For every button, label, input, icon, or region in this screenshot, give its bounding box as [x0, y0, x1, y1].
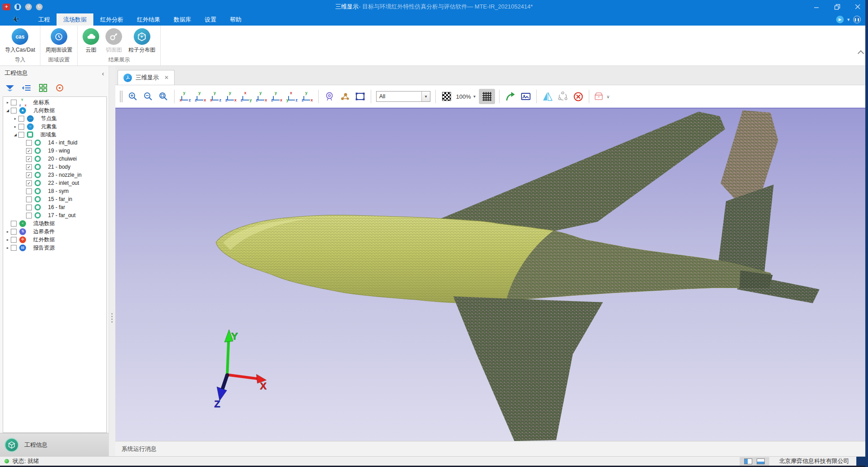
tree-row[interactable]: ✓ 19 - wing [3, 147, 106, 155]
collapse-all-button[interactable] [22, 83, 31, 92]
menu-item[interactable]: 流场数据 [57, 13, 93, 26]
mesh-toggle-button[interactable] [479, 89, 495, 104]
tree-checkbox[interactable] [26, 140, 32, 146]
tree-checkbox[interactable] [26, 213, 32, 218]
tab-3d-view[interactable]: 三维显示 ✕ [118, 70, 175, 85]
redo-button[interactable]: ↻ [36, 4, 43, 10]
zoom-out-button[interactable] [141, 89, 155, 104]
tree-row[interactable]: ▸ ○ 元素集 [3, 122, 106, 131]
tree-checkbox[interactable] [18, 132, 24, 138]
network-cloud-button[interactable] [556, 89, 570, 104]
view-isometric-2-button[interactable]: x y z [285, 91, 299, 102]
save-button[interactable] [14, 4, 21, 10]
select-box-button[interactable] [353, 89, 367, 104]
menu-item[interactable]: 工程 [31, 13, 57, 26]
tree-row[interactable]: ▸ ⇅ 边界条件 [3, 227, 106, 236]
tree-expander[interactable]: ▸ [4, 100, 11, 105]
view-back-button[interactable]: y z x [194, 91, 207, 102]
tree-expander[interactable]: ▸ [4, 230, 11, 234]
panel-selector-bar[interactable]: 工程信息 [0, 433, 109, 456]
tree-row[interactable]: ▸ ⋯ 节点集 [3, 114, 106, 122]
tab-close-icon[interactable]: ✕ [164, 74, 169, 81]
tree-checkbox[interactable]: ✓ [26, 172, 32, 178]
toggle-left-panel-button[interactable] [744, 458, 752, 464]
tree-checkbox[interactable] [26, 196, 32, 202]
tree-row[interactable]: ✓ 22 - inlet_out [3, 179, 106, 187]
display-filter-combo[interactable]: All ▼ [376, 91, 430, 102]
menu-item[interactable]: 帮助 [223, 13, 248, 26]
tree-expander[interactable]: ▸ [12, 125, 18, 129]
tree-row[interactable]: ▸ Yzx 坐标系 [3, 98, 106, 106]
zoom-level-dropdown[interactable]: 100% ▼ [456, 93, 476, 100]
quick-pause-button[interactable]: ❚❚ [853, 16, 861, 23]
tree-row[interactable]: ✓ 20 - chuiwei [3, 155, 106, 163]
tree-checkbox[interactable] [11, 245, 17, 251]
tree-row[interactable]: ◢ ▲ 几何数据 [3, 106, 106, 114]
3d-viewport[interactable]: Y X Z [115, 108, 868, 441]
contour-plot-button[interactable]: 云图 [81, 28, 101, 54]
collapse-panel-button[interactable]: ‹ [102, 70, 104, 77]
tree-row[interactable]: ▸ ▤ 报告资源 [3, 244, 106, 252]
toggle-bottom-panel-button[interactable] [757, 458, 765, 464]
archive-button[interactable]: ∨ [593, 89, 609, 104]
tree-expander[interactable]: ▸ [4, 238, 11, 242]
view-right-button[interactable]: y z x [224, 91, 238, 102]
tree-row[interactable]: < 流场数据 [3, 219, 106, 227]
tree-checkbox[interactable]: ✓ [26, 180, 32, 186]
menu-item[interactable]: 红外分析 [93, 13, 130, 26]
tree-row[interactable]: ✓ 23 - nozzle_in [3, 171, 106, 179]
restore-button[interactable] [827, 0, 847, 13]
view-bottom-button[interactable]: y z x [255, 91, 268, 102]
chevron-down-icon[interactable]: ▼ [421, 92, 430, 101]
snapshot-button[interactable] [519, 89, 532, 104]
group-view-button[interactable] [39, 83, 48, 92]
toolbar-grip[interactable] [120, 91, 123, 102]
tree-checkbox[interactable] [11, 108, 17, 113]
app-icon[interactable]: ✈ [3, 4, 10, 10]
tree-row[interactable]: 15 - far_in [3, 195, 106, 203]
tree-row[interactable]: ◢ 面域集 [3, 131, 106, 139]
tree-row[interactable]: ✓ 21 - body [3, 163, 106, 171]
tree-row[interactable]: 14 - int_fluid [3, 139, 106, 147]
tree-checkbox[interactable] [18, 124, 24, 130]
export-view-button[interactable] [504, 89, 517, 104]
zoom-in-button[interactable] [126, 89, 140, 104]
menu-item[interactable]: 红外结果 [130, 13, 167, 26]
tree-checkbox[interactable] [11, 100, 17, 105]
chevron-down-icon[interactable]: ▼ [846, 17, 850, 22]
tree-row[interactable]: 17 - far_out [3, 211, 106, 219]
menu-item[interactable]: 数据库 [167, 13, 198, 26]
tree-checkbox[interactable] [18, 116, 24, 122]
tree-checkbox[interactable] [11, 237, 17, 243]
mirror-button[interactable] [541, 89, 554, 104]
quick-run-button[interactable]: ▶ [836, 16, 844, 23]
collapse-ribbon-button[interactable] [858, 50, 864, 54]
view-left-button[interactable]: y x z [209, 91, 223, 102]
transparency-button[interactable] [440, 89, 453, 104]
view-isometric-1-button[interactable]: y z x [270, 91, 284, 102]
tree-expander[interactable]: ◢ [4, 109, 11, 113]
tree-checkbox[interactable] [11, 221, 17, 227]
tree-checkbox[interactable]: ✓ [26, 148, 32, 154]
tree-checkbox[interactable] [26, 205, 32, 210]
filter-button[interactable] [5, 83, 14, 92]
view-front-button[interactable]: y x z [179, 91, 192, 102]
view-top-button[interactable]: x z y [240, 91, 253, 102]
clear-view-button[interactable] [571, 89, 585, 104]
minimize-button[interactable] [806, 0, 827, 13]
tree-row[interactable]: 18 - sym [3, 187, 106, 195]
panel-splitter[interactable] [109, 66, 115, 456]
menu-item[interactable]: 设置 [198, 13, 223, 26]
particle-trace-button[interactable] [338, 89, 351, 104]
tree-checkbox[interactable] [26, 188, 32, 194]
zoom-fit-button[interactable] [157, 89, 170, 104]
periodic-face-settings-button[interactable]: 周期面设置 [44, 28, 74, 54]
tree-row[interactable]: ▸ ✣ 红外数据 [3, 236, 106, 244]
tree-checkbox[interactable]: ✓ [26, 156, 32, 162]
tree-expander[interactable]: ◢ [12, 133, 18, 137]
undo-button[interactable]: ↺ [25, 4, 32, 10]
import-cas-dat-button[interactable]: cas 导入Cas/Dat [4, 28, 36, 54]
locate-button[interactable] [55, 83, 64, 92]
tree-expander[interactable]: ▸ [4, 246, 11, 250]
tree-checkbox[interactable] [11, 229, 17, 235]
